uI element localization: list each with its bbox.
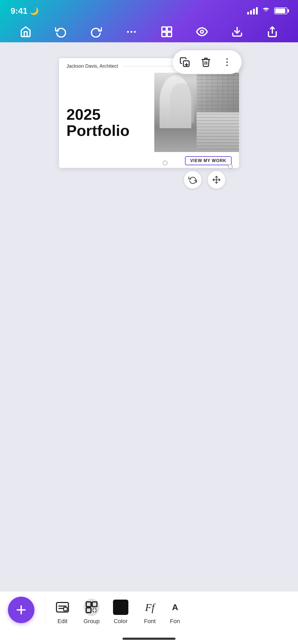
preview-button[interactable]	[194, 24, 210, 40]
svg-rect-1	[167, 27, 171, 31]
top-bar: 9:41 🌙	[0, 0, 298, 42]
svg-point-12	[227, 65, 228, 66]
more-options-button[interactable]	[220, 56, 234, 69]
svg-point-11	[227, 62, 228, 63]
font-icon: Ff	[142, 599, 158, 615]
font-tool[interactable]: Ff Font	[135, 597, 164, 627]
bottom-toolbar: Edit Group	[0, 591, 298, 644]
card-title: 2025 Portfolio	[66, 107, 147, 139]
transform-handles	[183, 171, 226, 189]
toolbar-items: Edit Group	[48, 597, 298, 627]
battery-icon	[274, 7, 287, 14]
move-handle[interactable]	[207, 171, 226, 189]
time-display: 9:41	[11, 6, 28, 16]
design-card[interactable]: Jackson Davis, Architect 2025 Portfolio	[59, 58, 239, 168]
moon-icon: 🌙	[30, 7, 39, 15]
color-icon	[113, 599, 129, 615]
delete-button[interactable]	[199, 56, 213, 69]
share-button[interactable]	[264, 24, 280, 40]
copy-plus-button[interactable]	[178, 56, 191, 69]
cta-button[interactable]: VIEW MY WORK	[185, 156, 232, 165]
svg-point-10	[227, 58, 228, 60]
status-icons	[247, 6, 287, 16]
svg-rect-23	[86, 608, 91, 613]
status-bar: 9:41 🌙	[0, 0, 298, 17]
svg-rect-3	[167, 32, 171, 36]
wifi-icon	[262, 6, 270, 16]
edit-label: Edit	[57, 618, 67, 625]
font-partial-icon: A	[167, 599, 183, 615]
image-top-right	[197, 73, 239, 112]
undo-button[interactable]	[53, 24, 69, 40]
signal-icon	[247, 7, 258, 15]
edit-icon	[55, 599, 70, 615]
more-button[interactable]	[123, 24, 139, 40]
rotate-handle[interactable]	[183, 171, 202, 189]
svg-rect-22	[92, 602, 97, 607]
redo-button[interactable]	[88, 24, 104, 40]
svg-rect-0	[162, 27, 166, 31]
image-main	[154, 73, 197, 152]
font-partial-tool[interactable]: A Fon	[164, 597, 183, 627]
home-button[interactable]	[18, 24, 34, 40]
card-images	[154, 73, 239, 152]
cta-area: VIEW MY WORK	[59, 152, 239, 168]
group-tool[interactable]: Group	[77, 597, 106, 627]
color-swatch	[113, 600, 128, 615]
home-indicator	[123, 638, 175, 640]
main-toolbar	[0, 17, 298, 42]
edit-tool[interactable]: Edit	[48, 597, 77, 627]
cta-handle-left	[163, 160, 168, 165]
color-tool[interactable]: Color	[106, 597, 135, 627]
card-content: 2025 Portfolio	[59, 73, 239, 152]
cta-handle-right	[228, 164, 233, 169]
svg-rect-21	[86, 602, 91, 607]
svg-rect-20	[64, 607, 67, 611]
svg-point-4	[200, 30, 203, 33]
status-time: 9:41 🌙	[11, 6, 39, 16]
font-partial-label: Fon	[170, 618, 180, 625]
color-label: Color	[114, 618, 128, 625]
add-button[interactable]	[8, 597, 34, 623]
svg-rect-2	[162, 32, 166, 36]
image-bottom-right	[197, 112, 239, 152]
author-name: Jackson Davis, Architect	[66, 63, 118, 69]
font-label: Font	[144, 618, 156, 625]
group-icon	[84, 599, 100, 615]
context-menu	[173, 50, 242, 74]
group-label: Group	[83, 618, 100, 625]
card-inner: Jackson Davis, Architect 2025 Portfolio	[59, 58, 239, 168]
toolbar-divider	[45, 597, 45, 623]
layers-button[interactable]	[159, 24, 175, 40]
canvas-area[interactable]: Jackson Davis, Architect 2025 Portfolio	[0, 42, 298, 591]
card-left: 2025 Portfolio	[59, 73, 154, 152]
download-button[interactable]	[229, 24, 245, 40]
